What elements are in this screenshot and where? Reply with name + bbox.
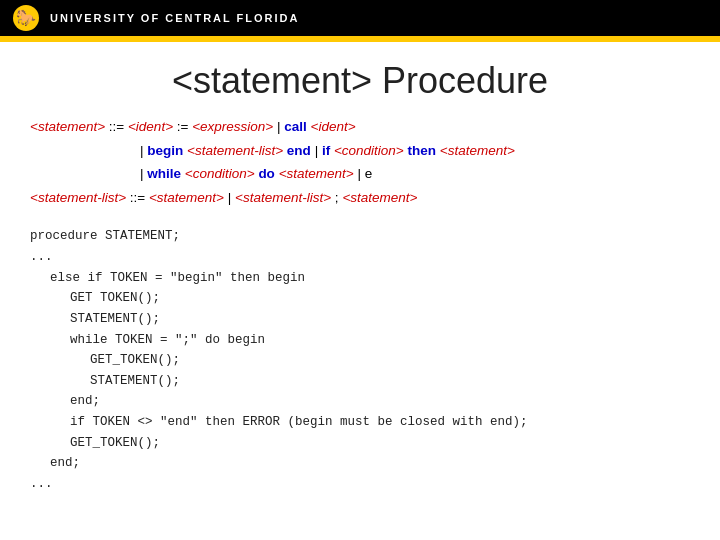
code-line: ...	[30, 474, 690, 495]
grammar-line-1: <statement> ::= <ident> := <expression> …	[30, 116, 690, 138]
code-line: GET TOKEN();	[30, 288, 690, 309]
grammar-line-3: | while <condition> do <statement> | e	[30, 163, 690, 185]
code-line: end;	[30, 453, 690, 474]
code-line: ...	[30, 247, 690, 268]
header-bar: 🐎 UNIVERSITY OF CENTRAL FLORIDA	[0, 0, 720, 36]
grammar-token: <statement>	[30, 119, 105, 134]
ucf-logo-icon: 🐎	[12, 4, 40, 32]
university-name: UNIVERSITY OF CENTRAL FLORIDA	[50, 12, 300, 24]
code-line: STATEMENT();	[30, 309, 690, 330]
code-line: procedure STATEMENT;	[30, 226, 690, 247]
code-line: GET_TOKEN();	[30, 350, 690, 371]
code-line: end;	[30, 391, 690, 412]
code-section: procedure STATEMENT; ... else if TOKEN =…	[30, 226, 690, 494]
grammar-section: <statement> ::= <ident> := <expression> …	[30, 116, 690, 208]
svg-text:🐎: 🐎	[16, 8, 36, 27]
code-line: if TOKEN <> "end" then ERROR (begin must…	[30, 412, 690, 433]
code-line: else if TOKEN = "begin" then begin	[30, 268, 690, 289]
grammar-line-2: | begin <statement-list> end | if <condi…	[30, 140, 690, 162]
code-line: GET_TOKEN();	[30, 433, 690, 454]
page-title: <statement> Procedure	[30, 60, 690, 102]
code-line: STATEMENT();	[30, 371, 690, 392]
grammar-line-4: <statement-list> ::= <statement> | <stat…	[30, 187, 690, 209]
main-content: <statement> Procedure <statement> ::= <i…	[0, 42, 720, 511]
code-line: while TOKEN = ";" do begin	[30, 330, 690, 351]
